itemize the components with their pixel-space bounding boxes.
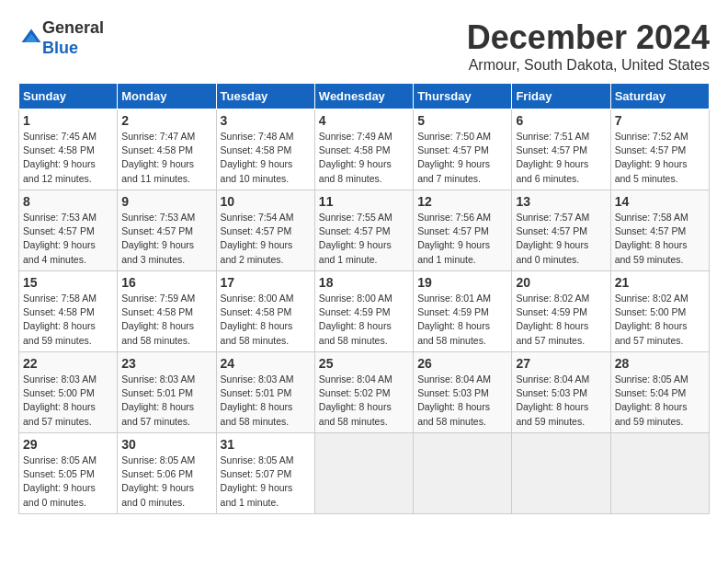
day-number: 8: [23, 194, 113, 209]
day-info: Sunrise: 8:01 AMSunset: 4:59 PMDaylight:…: [417, 292, 507, 348]
table-row: 9Sunrise: 7:53 AMSunset: 4:57 PMDaylight…: [118, 190, 216, 271]
calendar-header-row: Sunday Monday Tuesday Wednesday Thursday…: [19, 84, 710, 109]
day-info: Sunrise: 8:04 AMSunset: 5:02 PMDaylight:…: [319, 373, 409, 429]
table-row: 1Sunrise: 7:45 AMSunset: 4:58 PMDaylight…: [19, 109, 118, 190]
page-header: General Blue December 2024 Armour, South…: [18, 18, 710, 74]
table-row: 20Sunrise: 8:02 AMSunset: 4:59 PMDayligh…: [512, 271, 610, 352]
table-row: 8Sunrise: 7:53 AMSunset: 4:57 PMDaylight…: [19, 190, 118, 271]
col-saturday: Saturday: [610, 84, 709, 109]
calendar-week-row: 29Sunrise: 8:05 AMSunset: 5:05 PMDayligh…: [19, 433, 710, 514]
table-row: [414, 433, 512, 514]
table-row: [314, 433, 413, 514]
table-row: 21Sunrise: 8:02 AMSunset: 5:00 PMDayligh…: [610, 271, 709, 352]
day-number: 24: [221, 356, 311, 371]
day-info: Sunrise: 8:02 AMSunset: 5:00 PMDaylight:…: [615, 292, 705, 348]
table-row: 27Sunrise: 8:04 AMSunset: 5:03 PMDayligh…: [512, 352, 610, 433]
day-info: Sunrise: 8:02 AMSunset: 4:59 PMDaylight:…: [516, 292, 606, 348]
day-info: Sunrise: 8:04 AMSunset: 5:03 PMDaylight:…: [417, 373, 507, 429]
calendar-week-row: 15Sunrise: 7:58 AMSunset: 4:58 PMDayligh…: [19, 271, 710, 352]
col-wednesday: Wednesday: [314, 84, 413, 109]
table-row: 22Sunrise: 8:03 AMSunset: 5:00 PMDayligh…: [19, 352, 118, 433]
table-row: 5Sunrise: 7:50 AMSunset: 4:57 PMDaylight…: [414, 109, 512, 190]
table-row: 18Sunrise: 8:00 AMSunset: 4:59 PMDayligh…: [314, 271, 413, 352]
day-number: 21: [615, 275, 705, 290]
day-number: 31: [221, 437, 311, 452]
day-info: Sunrise: 8:00 AMSunset: 4:59 PMDaylight:…: [319, 292, 409, 348]
day-number: 22: [23, 356, 113, 371]
table-row: 4Sunrise: 7:49 AMSunset: 4:58 PMDaylight…: [314, 109, 413, 190]
table-row: 28Sunrise: 8:05 AMSunset: 5:04 PMDayligh…: [610, 352, 709, 433]
day-number: 6: [516, 113, 606, 128]
day-number: 26: [417, 356, 507, 371]
col-sunday: Sunday: [19, 84, 118, 109]
day-info: Sunrise: 7:52 AMSunset: 4:57 PMDaylight:…: [615, 130, 705, 186]
day-number: 16: [121, 275, 211, 290]
logo-text: General Blue: [42, 18, 104, 58]
day-info: Sunrise: 7:53 AMSunset: 4:57 PMDaylight:…: [23, 211, 113, 267]
day-number: 14: [615, 194, 705, 209]
day-number: 20: [516, 275, 606, 290]
day-number: 15: [23, 275, 113, 290]
day-number: 7: [615, 113, 705, 128]
day-info: Sunrise: 7:57 AMSunset: 4:57 PMDaylight:…: [516, 211, 606, 267]
calendar-week-row: 1Sunrise: 7:45 AMSunset: 4:58 PMDaylight…: [19, 109, 710, 190]
day-info: Sunrise: 7:50 AMSunset: 4:57 PMDaylight:…: [417, 130, 507, 186]
calendar-week-row: 22Sunrise: 8:03 AMSunset: 5:00 PMDayligh…: [19, 352, 710, 433]
logo: General Blue: [18, 18, 104, 58]
day-number: 11: [319, 194, 409, 209]
day-info: Sunrise: 7:47 AMSunset: 4:58 PMDaylight:…: [121, 130, 211, 186]
day-info: Sunrise: 8:03 AMSunset: 5:01 PMDaylight:…: [121, 373, 211, 429]
day-info: Sunrise: 8:03 AMSunset: 5:01 PMDaylight:…: [221, 373, 311, 429]
calendar-week-row: 8Sunrise: 7:53 AMSunset: 4:57 PMDaylight…: [19, 190, 710, 271]
table-row: 15Sunrise: 7:58 AMSunset: 4:58 PMDayligh…: [19, 271, 118, 352]
day-number: 13: [516, 194, 606, 209]
day-info: Sunrise: 7:55 AMSunset: 4:57 PMDaylight:…: [319, 211, 409, 267]
day-info: Sunrise: 8:04 AMSunset: 5:03 PMDaylight:…: [516, 373, 606, 429]
day-info: Sunrise: 7:58 AMSunset: 4:57 PMDaylight:…: [615, 211, 705, 267]
table-row: 29Sunrise: 8:05 AMSunset: 5:05 PMDayligh…: [19, 433, 118, 514]
day-info: Sunrise: 8:00 AMSunset: 4:58 PMDaylight:…: [221, 292, 311, 348]
table-row: 25Sunrise: 8:04 AMSunset: 5:02 PMDayligh…: [314, 352, 413, 433]
col-monday: Monday: [118, 84, 216, 109]
day-info: Sunrise: 7:56 AMSunset: 4:57 PMDaylight:…: [417, 211, 507, 267]
day-info: Sunrise: 7:45 AMSunset: 4:58 PMDaylight:…: [23, 130, 113, 186]
table-row: 31Sunrise: 8:05 AMSunset: 5:07 PMDayligh…: [216, 433, 314, 514]
day-number: 19: [417, 275, 507, 290]
day-number: 1: [23, 113, 113, 128]
table-row: 16Sunrise: 7:59 AMSunset: 4:58 PMDayligh…: [118, 271, 216, 352]
day-number: 27: [516, 356, 606, 371]
table-row: 3Sunrise: 7:48 AMSunset: 4:58 PMDaylight…: [216, 109, 314, 190]
day-info: Sunrise: 8:05 AMSunset: 5:04 PMDaylight:…: [615, 373, 705, 429]
table-row: [610, 433, 709, 514]
day-number: 9: [121, 194, 211, 209]
title-block: December 2024 Armour, South Dakota, Unit…: [467, 18, 710, 74]
table-row: 14Sunrise: 7:58 AMSunset: 4:57 PMDayligh…: [610, 190, 709, 271]
table-row: 19Sunrise: 8:01 AMSunset: 4:59 PMDayligh…: [414, 271, 512, 352]
day-number: 3: [221, 113, 311, 128]
logo-general: General: [42, 18, 104, 37]
day-info: Sunrise: 8:05 AMSunset: 5:07 PMDaylight:…: [221, 454, 311, 510]
logo-icon: [20, 28, 42, 50]
day-info: Sunrise: 7:59 AMSunset: 4:58 PMDaylight:…: [121, 292, 211, 348]
day-info: Sunrise: 8:05 AMSunset: 5:05 PMDaylight:…: [23, 454, 113, 510]
day-number: 29: [23, 437, 113, 452]
table-row: [512, 433, 610, 514]
day-info: Sunrise: 7:48 AMSunset: 4:58 PMDaylight:…: [221, 130, 311, 186]
day-info: Sunrise: 7:49 AMSunset: 4:58 PMDaylight:…: [319, 130, 409, 186]
day-info: Sunrise: 7:53 AMSunset: 4:57 PMDaylight:…: [121, 211, 211, 267]
table-row: 13Sunrise: 7:57 AMSunset: 4:57 PMDayligh…: [512, 190, 610, 271]
day-number: 28: [615, 356, 705, 371]
table-row: 17Sunrise: 8:00 AMSunset: 4:58 PMDayligh…: [216, 271, 314, 352]
table-row: 23Sunrise: 8:03 AMSunset: 5:01 PMDayligh…: [118, 352, 216, 433]
table-row: 2Sunrise: 7:47 AMSunset: 4:58 PMDaylight…: [118, 109, 216, 190]
col-friday: Friday: [512, 84, 610, 109]
table-row: 30Sunrise: 8:05 AMSunset: 5:06 PMDayligh…: [118, 433, 216, 514]
day-number: 18: [319, 275, 409, 290]
day-number: 25: [319, 356, 409, 371]
day-number: 17: [221, 275, 311, 290]
day-number: 12: [417, 194, 507, 209]
day-info: Sunrise: 7:51 AMSunset: 4:57 PMDaylight:…: [516, 130, 606, 186]
col-tuesday: Tuesday: [216, 84, 314, 109]
month-title: December 2024: [467, 18, 710, 57]
day-number: 2: [121, 113, 211, 128]
